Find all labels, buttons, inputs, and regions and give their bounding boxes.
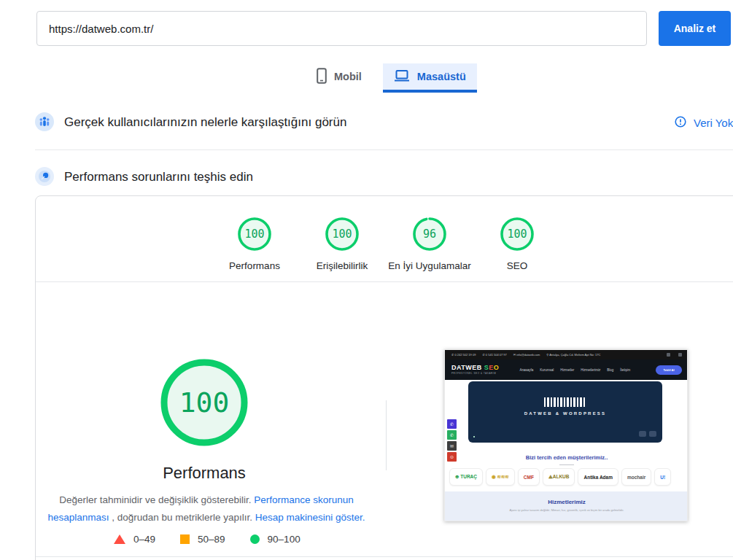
site-topbar-item: ✉ info@datweb.com [513,353,540,357]
site-menu-item: Kurumsal [540,368,554,372]
score-label: Erişilebilirlik [317,260,368,271]
score-gauges: 100 Performans 100 Erişilebilirlik 96 En… [237,217,535,271]
score-gauge-item[interactable]: 100 Erişilebilirlik [325,217,360,271]
score-label: Performans [229,260,280,271]
whatsapp-icon: ✆ [447,430,457,440]
site-menu: AnasayfaKurumsalHizmetlerHizmetlerimizBl… [519,368,630,372]
site-topbar-square [678,353,682,357]
site-topbar-item: ⚲ Antalya, Çağla Cd. Meltem Apt No: 17C [546,353,600,357]
no-data-label: Veri Yok [694,117,733,129]
score-value: 100 [500,217,535,252]
site-navbar: DATWEB SEO PROFESYONEL SEO & TASARIM Ana… [445,359,688,380]
client-logo: ⊕ TURAÇ [449,468,483,486]
site-topbar-item: ✆ 0 541 504 07 97 [482,353,506,357]
site-services-title: Hizmetlerimiz [445,499,688,505]
legend-range: 0–49 [133,534,155,545]
site-services: Hizmetlerimiz Ajans işi yalnız tasarım d… [445,491,688,521]
client-logos: ⊕ TURAÇ◉ ≋≋≋CMF⟁ALKUBAntika AdammochairU… [449,468,688,486]
device-tabs: Mobil Masaüstü [306,63,477,93]
site-topbar: ✆ 0 242 502 19 09✆ 0 541 504 07 97✉ info… [445,350,688,359]
score-value: 96 [412,217,447,252]
site-hero-title: DATWEB & WORDPRESS [524,411,607,416]
diagnose-title: Performans sorunlarını teşhis edin [64,170,253,184]
score-gauge-item[interactable]: 96 En İyi Uygulamalar [412,217,447,271]
report-card: 100 Performans 100 Erişilebilirlik 96 En… [35,195,733,560]
section-divider [35,149,733,150]
mail-icon: ✉ [447,441,457,451]
site-logo: DATWEB SEO PROFESYONEL SEO & TASARIM [451,365,499,375]
legend-range: 50–89 [198,534,225,545]
info-icon [675,116,686,130]
score-gauge-item[interactable]: 100 SEO [500,217,535,271]
legend-square-icon [180,534,190,544]
clients-separator [559,464,574,465]
calculator-link[interactable]: Hesap makinesini göster. [255,512,365,523]
site-menu-item: İletişim [620,368,630,372]
gauges-divider [36,281,733,282]
card-bottom-divider [36,556,733,557]
phone-icon [317,68,327,86]
client-logo: CMF [518,468,540,486]
site-screenshot: ✆ 0 242 502 19 09✆ 0 541 504 07 97✉ info… [444,349,688,521]
performance-score: 100 [160,359,248,446]
legend-triangle-icon [114,534,125,544]
site-services-note: Ajans işi yalnız tasarım değildir; Mimar… [445,508,688,512]
gauge-ring: 100 [325,217,360,252]
client-logo: ⟁ALKUB [543,468,575,486]
tab-desktop-label: Masaüstü [417,71,466,82]
performance-label: Performans [117,464,292,483]
client-logo: U! [654,468,671,486]
site-clients-title: Bizi tercih eden müşterilerimiz.. [445,454,688,461]
legend-circle-icon [250,534,260,544]
client-logo: ◉ ≋≋≋ [486,468,515,486]
laptop-icon [394,69,410,85]
site-menu-item: Hizmetlerimiz [581,368,600,372]
legend-item: 50–89 [180,534,225,545]
gauge-ring: 100 [500,217,535,252]
site-cta-button: Teklif Al [656,365,682,375]
url-input[interactable] [36,11,647,46]
site-hero: DATWEB & WORDPRESS [468,381,662,443]
score-label: SEO [507,260,528,271]
site-topbar-item: ✆ 0 242 502 19 09 [451,353,476,357]
site-logo-tagline: PROFESYONEL SEO & TASARIM [451,373,499,375]
field-data-icon [35,112,54,131]
analyze-button[interactable]: Analiz et [659,11,731,46]
score-value: 100 [325,217,360,252]
no-data-link[interactable]: Veri Yok [675,116,733,130]
disclaimer-text-2: , doğrudan bu metriklerle yapılır. [109,512,255,523]
site-menu-item: Hizmetler [560,368,574,372]
tab-desktop[interactable]: Masaüstü [383,63,477,93]
vertical-divider [386,400,387,470]
client-logo: mochair [621,468,651,486]
gauge-ring: 96 [412,217,447,252]
field-data-title: Gerçek kullanıcılarınızın nelerle karşıl… [64,115,346,130]
legend-item: 0–49 [114,534,155,545]
site-menu-item: Blog [607,368,613,372]
site-topbar-square [667,353,670,357]
site-logo-colored: SEO [484,364,500,371]
diagnose-icon [35,167,54,186]
performance-gauge: 100 [160,359,248,446]
score-disclaimer: Değerler tahminidir ve değişiklik göster… [44,491,369,526]
gauge-ring: 100 [237,217,272,252]
tab-mobile[interactable]: Mobil [306,63,373,93]
barcode-logo [544,397,586,407]
score-gauge-item[interactable]: 100 Performans [237,217,272,271]
client-logo: Antika Adam [578,468,618,486]
legend-range: 90–100 [268,534,300,545]
hero-dot [473,436,475,438]
score-legend: 0–49 50–89 90–100 [114,534,300,545]
site-menu-item: Anasayfa [519,368,533,372]
score-value: 100 [237,217,272,252]
tab-mobile-label: Mobil [334,71,362,82]
disclaimer-text-1: Değerler tahminidir ve değişiklik göster… [59,494,254,505]
hero-nav-buttons [639,431,656,437]
score-label: En İyi Uygulamalar [388,260,470,271]
phone-icon: ✆ [447,419,457,429]
legend-item: 90–100 [250,534,300,545]
